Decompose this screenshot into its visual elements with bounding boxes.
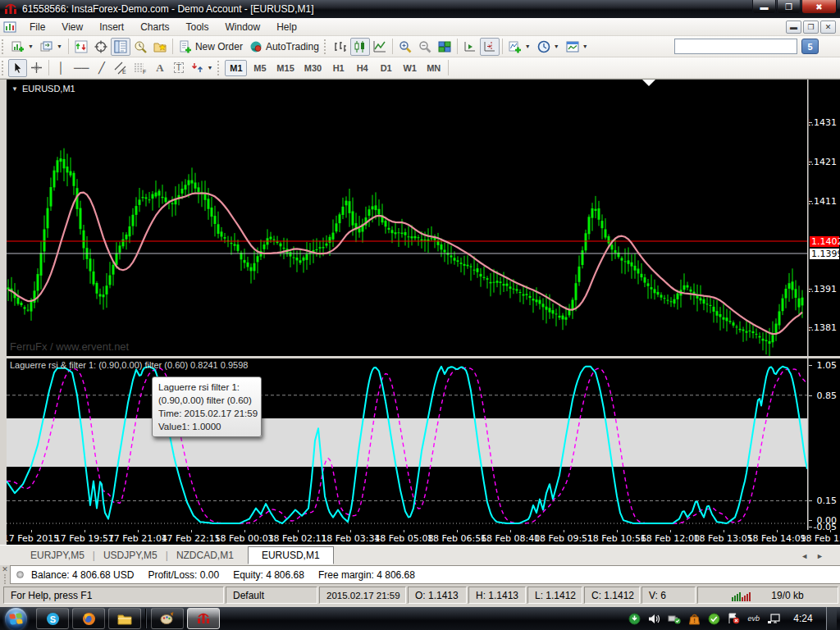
chart-tab-usdjpym5[interactable]: USDJPY,M5 [96,547,165,564]
timeframe-m30-button[interactable]: M30 [300,60,326,76]
start-button[interactable] [5,608,27,630]
timeframe-h4-button[interactable]: H4 [351,60,373,76]
terminal-grip[interactable]: ✕ [0,565,10,584]
taskbar-clock[interactable]: 4:24 [788,613,819,624]
channel-button[interactable]: E [111,59,130,77]
toolbar-grip[interactable] [2,39,6,54]
restore-button[interactable]: ❐ [777,0,801,14]
timeframe-mn-button[interactable]: MN [422,60,445,76]
autotrading-icon [249,40,262,53]
menu-tools[interactable]: Tools [178,19,217,35]
timeframe-h1-button[interactable]: H1 [327,60,349,76]
menu-help[interactable]: Help [268,19,305,35]
action-center-flag-icon[interactable] [728,613,740,624]
menu-file[interactable]: File [21,19,53,35]
minimize-button[interactable]: ▬ [752,0,776,14]
messages-button[interactable]: 5 [801,39,819,54]
zoom-out-button[interactable] [415,38,435,56]
horizontal-line-button[interactable]: ── [71,59,92,77]
chart-tab-nzdcadm1[interactable]: NZDCAD,M1 [169,547,241,564]
status-profile[interactable]: Default [226,587,317,604]
menu-window[interactable]: Window [217,19,269,35]
search-input[interactable] [675,40,798,52]
template-icon [566,40,579,53]
crosshair-tool-button[interactable] [27,59,46,77]
tile-windows-button[interactable] [435,38,454,56]
menu-insert[interactable]: Insert [91,19,132,35]
mdi-minimize-button[interactable]: ▬ [786,21,801,34]
network-tray-icon[interactable] [767,614,780,624]
line-chart-type-button[interactable] [370,38,390,56]
text-label-button[interactable]: T [169,59,188,77]
taskbar-skype-button[interactable]: S [36,608,69,629]
indicator-tick-mark [809,395,812,396]
main-chart-pane[interactable]: ▼ EURUSD,M1 FerruFx / www.ervent.net [7,80,807,356]
taskbar-explorer-button[interactable] [108,608,141,629]
bar-chart-type-button[interactable] [331,38,350,56]
pane-splitter[interactable] [7,356,840,358]
data-window-button[interactable] [91,38,111,56]
time-tick-mark [298,530,299,532]
chart-tab-eurusdm1[interactable]: EURUSD,M1 [248,546,334,564]
navigator-button[interactable] [111,38,130,56]
new-order-button[interactable]: New Order [176,38,246,56]
usb-tray-icon[interactable] [668,613,681,624]
alert-bag-tray-icon[interactable]: ! [688,613,701,625]
indicator-pane[interactable]: Laguerre rsi & filter 1: (0.90,0.00) fil… [7,358,807,530]
check-tray-icon[interactable] [708,613,720,625]
text-button[interactable]: A [150,59,169,77]
close-button[interactable]: ✖ [801,0,837,14]
evb-tray-icon[interactable]: evb [747,614,760,623]
svg-text:E: E [122,69,126,75]
toolbar-grip[interactable] [2,61,6,75]
crosshair-icon [94,40,107,53]
trendline-button[interactable]: ╱ [92,59,111,77]
vertical-line-button[interactable]: │ [52,59,71,77]
indicator-tooltip: Laguerre rsi filter 1:(0.90,0.00) filter… [152,377,262,437]
timeframe-m1-button[interactable]: M1 [225,60,247,76]
toolbar-grip[interactable] [217,61,221,75]
arrows-button[interactable]: ▼ [188,59,216,77]
tab-scroll-arrows[interactable]: ◄► [801,552,832,560]
history-center-button[interactable] [130,38,150,56]
taskbar-metatrader-button[interactable] [187,608,220,629]
terminal-drag-handle[interactable] [4,574,6,584]
price-axis[interactable]: 1.14311.14211.14111.13911.13811.14021.13… [808,80,840,530]
fibonacci-button[interactable]: F [130,59,150,77]
timeframe-m15-button[interactable]: M15 [272,60,298,76]
menu-view[interactable]: View [53,19,91,35]
toolbar-grip[interactable] [324,39,328,54]
profiles-button[interactable]: ▼ [37,38,66,56]
toolbar-separator [392,39,393,54]
menu-charts[interactable]: Charts [132,19,177,35]
zoom-in-button[interactable] [395,38,415,56]
timeframe-w1-button[interactable]: W1 [399,60,421,76]
idm-tray-icon[interactable] [628,613,641,625]
show-desktop-button[interactable] [826,607,837,630]
indicators-button[interactable]: ▼ [505,38,534,56]
time-axis[interactable]: 17 Feb 201517 Feb 19:5717 Feb 21:0417 Fe… [7,530,840,546]
auto-scroll-button[interactable] [460,38,480,56]
candlestick-type-button[interactable] [350,38,370,56]
chart-shift-button[interactable] [480,38,500,56]
cursor-button[interactable] [8,59,27,77]
taskbar-paint-button[interactable] [151,608,184,629]
periods-button[interactable]: ▼ [534,38,563,56]
volume-tray-icon[interactable] [648,614,660,624]
chart-tab-eurjpym5[interactable]: EURJPY,M5 [23,547,92,564]
market-watch-button[interactable] [71,38,91,56]
new-chart-button[interactable]: ▼ [8,38,37,56]
chevron-down-icon: ▼ [57,43,62,49]
terminal-close-icon[interactable]: ✕ [2,566,8,573]
taskbar-firefox-button[interactable] [72,608,105,629]
autotrading-button[interactable]: AutoTrading [246,38,322,56]
time-tick-mark [670,530,671,532]
mdi-close-button[interactable]: ✕ [820,21,836,34]
timeframe-d1-button[interactable]: D1 [375,60,397,76]
templates-button[interactable]: ▼ [563,38,591,56]
timeframe-m5-button[interactable]: M5 [249,60,271,76]
symbol-text: EURUSD,M1 [22,84,75,94]
mdi-restore-button[interactable]: ❐ [803,21,819,34]
chart-window-icon[interactable] [3,21,16,34]
favorites-button[interactable] [150,38,170,56]
